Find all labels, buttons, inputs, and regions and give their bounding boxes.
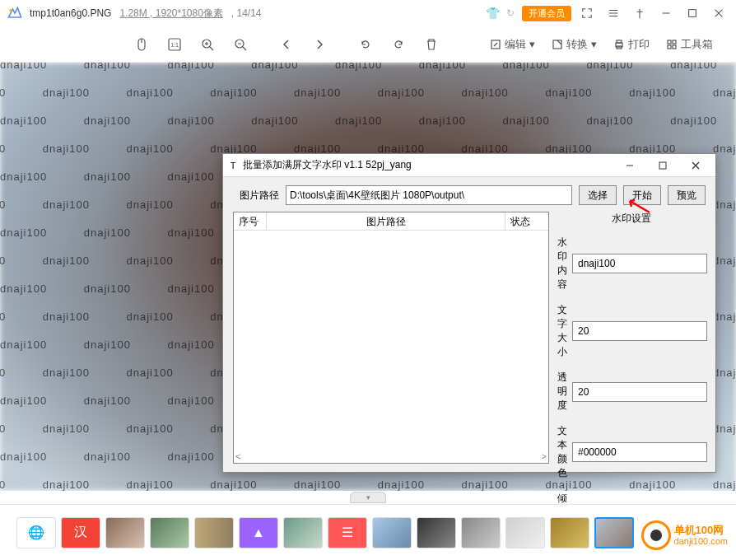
fullscreen-icon[interactable]: [576, 2, 598, 24]
edit-label: 编辑: [505, 37, 526, 52]
thumbnail[interactable]: ☰: [328, 517, 367, 548]
convert-label: 转换: [566, 37, 588, 52]
svg-point-0: [9, 9, 12, 12]
thumbnail[interactable]: [372, 517, 412, 548]
menu-icon[interactable]: [603, 2, 624, 24]
column-path[interactable]: 图片路径: [267, 212, 505, 231]
thumbnail[interactable]: [150, 517, 189, 548]
color-input[interactable]: [572, 442, 707, 462]
thumbnail[interactable]: ▲: [239, 517, 278, 548]
toolbox-button[interactable]: 工具箱: [659, 32, 720, 57]
page-count: , 14/14: [231, 7, 262, 19]
dialog-icon: T: [226, 159, 240, 172]
dialog-minimize-icon[interactable]: [613, 155, 646, 176]
fontsize-input[interactable]: [572, 321, 707, 341]
content-label: 水印内容: [557, 236, 567, 292]
thumbnail[interactable]: [283, 517, 323, 548]
opacity-label: 透明度: [557, 371, 567, 413]
thumbnail[interactable]: [417, 517, 456, 548]
preview-button[interactable]: 预览: [668, 185, 706, 205]
edit-button[interactable]: 编辑▾: [483, 32, 542, 57]
thumbnail[interactable]: [505, 517, 545, 548]
zoom-in-icon[interactable]: [193, 32, 222, 57]
fontsize-label: 文字大小: [557, 303, 567, 359]
svg-rect-16: [659, 162, 666, 169]
filename: tmp1t0an6g0.PNG: [30, 7, 111, 19]
thumbnail[interactable]: 🌐: [16, 517, 56, 548]
chevron-down-icon: ▾: [591, 38, 597, 50]
file-info[interactable]: 1.28M , 1920*1080像素: [119, 7, 222, 21]
start-button[interactable]: 开始: [623, 185, 661, 205]
mouse-icon[interactable]: [127, 32, 156, 57]
settings-title: 水印设置: [557, 212, 706, 226]
close-icon[interactable]: [708, 2, 729, 24]
print-button[interactable]: 打印: [607, 32, 656, 57]
path-label: 图片路径: [233, 189, 279, 203]
svg-rect-15: [673, 45, 676, 49]
thumbnail[interactable]: [594, 517, 634, 548]
next-icon[interactable]: [305, 32, 334, 57]
path-input[interactable]: D:\tools\桌面\4K壁纸图片 1080P\output\: [286, 185, 572, 205]
thumbnail[interactable]: [461, 517, 501, 548]
thumbnail[interactable]: [550, 517, 589, 548]
dialog-maximize-icon[interactable]: [646, 155, 679, 176]
dialog-titlebar[interactable]: T 批量添加满屏文字水印 v1.1 52pj_yang: [223, 154, 715, 177]
svg-text:1:1: 1:1: [170, 42, 179, 48]
list-scrollbar[interactable]: <>: [234, 451, 548, 463]
file-list[interactable]: 序号 图片路径 状态 <>: [233, 212, 549, 464]
tshirt-icon[interactable]: 👕: [486, 7, 499, 20]
delete-icon[interactable]: [417, 32, 446, 57]
select-button[interactable]: 选择: [579, 185, 617, 205]
svg-rect-10: [617, 40, 622, 43]
toolbox-label: 工具箱: [681, 37, 713, 52]
prev-icon[interactable]: [272, 32, 301, 57]
vip-button[interactable]: 开通会员: [522, 6, 571, 21]
chevron-down-icon: ▾: [529, 38, 535, 50]
svg-rect-8: [553, 40, 561, 49]
maximize-icon[interactable]: [682, 2, 703, 24]
watermark-dialog: T 批量添加满屏文字水印 v1.1 52pj_yang 图片路径 D:\tool…: [222, 153, 716, 473]
zoom-out-icon[interactable]: [226, 32, 255, 57]
strip-handle[interactable]: ▾: [350, 492, 386, 503]
rotate-left-icon[interactable]: [351, 32, 380, 57]
column-status[interactable]: 状态: [505, 212, 548, 231]
refresh-icon[interactable]: ↻: [504, 7, 517, 20]
color-label: 文本颜色: [557, 424, 567, 480]
print-label: 打印: [628, 37, 650, 52]
toolbar: 1:1 编辑▾ 转换▾ 打印 工具箱: [0, 26, 736, 63]
fit-11-icon[interactable]: 1:1: [160, 32, 189, 57]
dialog-title: 批量添加满屏文字水印 v1.1 52pj_yang: [243, 158, 613, 172]
minimize-icon[interactable]: [655, 2, 677, 24]
svg-rect-12: [668, 40, 671, 44]
thumbnail[interactable]: 汉: [61, 517, 100, 548]
content-input[interactable]: [572, 254, 707, 273]
thumbnail-strip: 🌐汉▲☰: [0, 504, 736, 560]
svg-rect-14: [668, 45, 671, 49]
thumbnail[interactable]: [194, 517, 234, 548]
pin-icon[interactable]: [629, 2, 650, 24]
rotate-right-icon[interactable]: [384, 32, 413, 57]
opacity-input[interactable]: [572, 382, 707, 402]
titlebar: tmp1t0an6g0.PNG 1.28M , 1920*1080像素 , 14…: [0, 0, 736, 26]
dialog-close-icon[interactable]: [679, 155, 712, 176]
path-value: D:\tools\桌面\4K壁纸图片 1080P\output\: [286, 189, 468, 203]
column-index[interactable]: 序号: [234, 212, 267, 231]
app-logo: [7, 5, 23, 21]
thumbnail[interactable]: [105, 517, 145, 548]
convert-button[interactable]: 转换▾: [545, 32, 603, 57]
svg-rect-13: [673, 40, 676, 44]
svg-rect-1: [689, 10, 696, 17]
